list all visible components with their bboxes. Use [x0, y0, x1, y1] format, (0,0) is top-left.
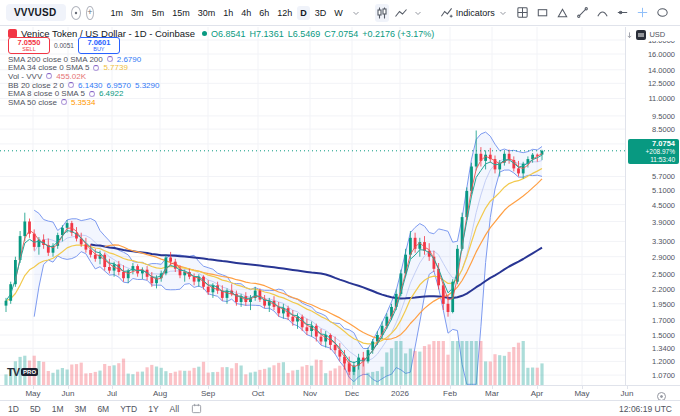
range-YTD[interactable]: YTD: [120, 404, 137, 414]
interval-1m[interactable]: 1m: [108, 6, 127, 20]
time-tick: Nov: [303, 389, 317, 398]
interval-15m[interactable]: 15m: [169, 6, 193, 20]
scale-arrow-icon: [626, 31, 633, 39]
interval-D[interactable]: D: [297, 6, 310, 20]
rectangle-tool-icon[interactable]: [534, 4, 551, 21]
chart-style-dropdown-icon[interactable]: [413, 8, 423, 18]
scale-mode-icon[interactable]: [636, 30, 646, 40]
range-1M[interactable]: 1M: [52, 404, 64, 414]
layout-grid-icon[interactable]: [516, 4, 529, 22]
range-1D[interactable]: 1D: [8, 404, 19, 414]
go-to-date-icon[interactable]: [191, 400, 202, 416]
range-3M[interactable]: 3M: [75, 404, 87, 414]
price-axis[interactable]: USD 18.000016.000014.000012.500011.00009…: [625, 27, 680, 385]
interval-30m[interactable]: 30m: [195, 6, 219, 20]
spread-value: 0.0051: [54, 42, 74, 49]
price-tick: 4.5000: [652, 201, 675, 210]
interval-12h[interactable]: 12h: [274, 6, 295, 20]
symbol-search-icon[interactable]: [71, 6, 81, 20]
interval-5m[interactable]: 5m: [149, 6, 168, 20]
pro-badge: PRO: [21, 368, 38, 376]
text-tool-icon[interactable]: [674, 4, 680, 21]
legend-row[interactable]: EMA 34 close 0 SMA 55.7739: [8, 64, 159, 73]
price-tick: 2.2000: [652, 285, 675, 294]
price-tick: 1.9500: [652, 300, 675, 309]
ohlc-close: C7.0754: [324, 29, 358, 39]
curve-tool-icon[interactable]: [594, 4, 611, 21]
time-tick: May: [25, 389, 40, 398]
indicators-icon: [440, 6, 453, 19]
crosshair-tool-icon[interactable]: [634, 4, 651, 21]
indicator-legend: SMA 200 close 0 SMA 2002.6790EMA 34 clos…: [8, 55, 159, 107]
sell-button[interactable]: 7.0550 SELL: [8, 37, 50, 54]
chart-style-candles-icon[interactable]: [375, 4, 389, 22]
triangle-tool-icon[interactable]: [554, 4, 571, 21]
interval-6h[interactable]: 6h: [256, 6, 272, 20]
price-tick: 9.5000: [652, 112, 675, 121]
legend-value: 5.7739: [103, 63, 127, 72]
price-tick: 3.9000: [652, 218, 675, 227]
legend-row[interactable]: Vol - VVV455.02K: [8, 72, 159, 81]
price-tick: 14.0000: [648, 66, 675, 75]
legend-row[interactable]: SMA 50 close5.3534: [8, 98, 159, 107]
symbol-search-box[interactable]: VVVUSD: [6, 4, 66, 21]
legend-row[interactable]: SMA 200 close 0 SMA 2002.6790: [8, 55, 159, 64]
currency-label[interactable]: USD: [649, 30, 665, 39]
last-price-badge: 7.0754 +208.97% 11:53:40: [628, 139, 679, 165]
loading-spinner-icon: [107, 56, 113, 62]
interval-1h[interactable]: 1h: [220, 6, 236, 20]
loading-spinner-icon: [46, 73, 52, 79]
price-tick: 11.0000: [648, 94, 675, 103]
price-tick: 1.7000: [652, 316, 675, 325]
utc-clock[interactable]: 12:06:19 UTC: [619, 404, 672, 414]
legend-row[interactable]: BB 20 close 2 06.14306.95705.3290: [8, 81, 159, 90]
range-5D[interactable]: 5D: [30, 404, 41, 414]
legend-row[interactable]: EMA 8 close 0 SMA 56.4922: [8, 89, 159, 98]
time-tick: Jun: [621, 389, 634, 398]
time-tick: Aug: [153, 389, 167, 398]
time-tick: Jul: [107, 389, 117, 398]
indicators-button[interactable]: Indicators: [437, 4, 511, 21]
chart-style-line-icon[interactable]: [394, 4, 408, 22]
price-tick: 1.3400: [652, 344, 675, 353]
tradingview-app: VVVUSD + 1m3m5m15m30m1h4h6h12hD3DW: [0, 0, 680, 416]
price-tick: 8.5000: [652, 125, 675, 134]
range-1Y[interactable]: 1Y: [148, 404, 158, 414]
ohlc-high: H7.1361: [250, 29, 284, 39]
ellipse-tool-icon[interactable]: [654, 4, 671, 21]
legend-label: SMA 50 close: [8, 98, 57, 107]
loading-spinner-icon: [68, 82, 74, 88]
trade-panel: 7.0550 SELL 0.0051 7.0601 BUY: [8, 37, 120, 54]
price-tick: 1.5000: [652, 331, 675, 340]
time-tick: Dec: [345, 389, 359, 398]
interval-selector: 1m3m5m15m30m1h4h6h12hD3DW: [108, 6, 346, 20]
compare-add-icon[interactable]: +: [86, 6, 93, 20]
legend-value: 6.4922: [99, 89, 123, 98]
ohlc-low: L6.5469: [288, 29, 321, 39]
time-axis[interactable]: MayJunJulAugSepOctNovDec2026FebMarAprMay…: [0, 385, 680, 400]
legend-value: 5.3534: [71, 98, 95, 107]
range-selector: 1D5D1M3M6MYTD1YAll: [8, 404, 179, 414]
interval-4h[interactable]: 4h: [238, 6, 254, 20]
time-axis-settings-icon[interactable]: [656, 388, 667, 399]
price-tick: 3.3000: [652, 237, 675, 246]
bottom-toolbar: 1D5D1M3M6MYTD1YAll 12:06:19 UTC: [0, 400, 680, 416]
interval-dropdown-icon[interactable]: [351, 8, 361, 18]
trend-line-tool-icon[interactable]: [574, 4, 591, 21]
range-6M[interactable]: 6M: [97, 404, 109, 414]
tradingview-logo[interactable]: TVPRO: [7, 366, 38, 378]
interval-3D[interactable]: 3D: [312, 6, 330, 20]
horizontal-ray-tool-icon[interactable]: [614, 4, 631, 21]
range-All[interactable]: All: [170, 404, 179, 414]
indicators-dropdown-icon[interactable]: [498, 8, 508, 18]
time-tick: Oct: [252, 389, 264, 398]
interval-W[interactable]: W: [331, 6, 346, 20]
time-tick: May: [574, 389, 589, 398]
interval-3m[interactable]: 3m: [128, 6, 147, 20]
price-axis-header: USD: [626, 28, 680, 41]
time-tick: 2026: [391, 389, 409, 398]
currency-dropdown-icon: [668, 30, 677, 40]
top-toolbar: VVVUSD + 1m3m5m15m30m1h4h6h12hD3DW: [0, 0, 680, 26]
price-tick: 1.2000: [652, 357, 675, 366]
buy-button[interactable]: 7.0601 BUY: [78, 37, 120, 54]
